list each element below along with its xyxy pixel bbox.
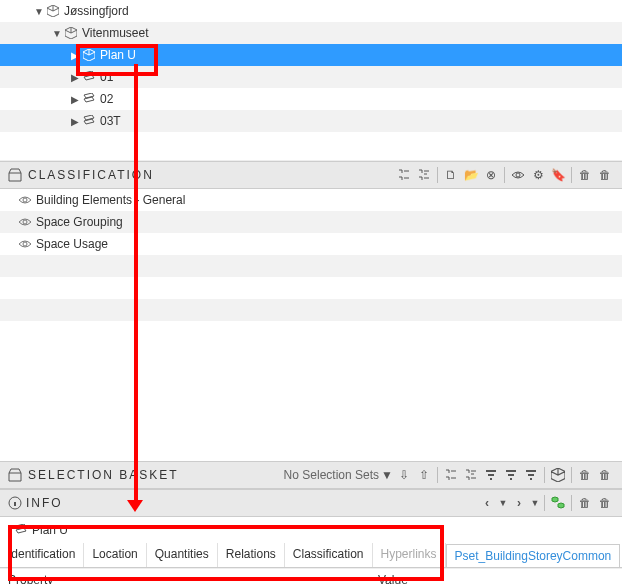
empty-row xyxy=(0,321,622,343)
eye-icon xyxy=(18,215,32,229)
selection-basket-header: SELECTION BASKET No Selection Sets ▼ ⇩ ⇧… xyxy=(0,461,622,489)
classification-item[interactable]: Space Grouping xyxy=(0,211,622,233)
basket-icon xyxy=(8,468,22,482)
tree-item-label: Plan U xyxy=(100,48,136,62)
export-icon[interactable]: ⇧ xyxy=(415,466,433,484)
tab-relations[interactable]: Relations xyxy=(218,543,285,567)
trash-icon[interactable]: 🗑 xyxy=(596,494,614,512)
classification-item[interactable]: Building Elements - General xyxy=(0,189,622,211)
storey-icon xyxy=(14,523,28,537)
classification-toolbar: 🗋 📂 ⊗ ⚙ 🔖 🗑 🗑 xyxy=(395,166,614,184)
empty-row xyxy=(0,299,622,321)
column-header-property[interactable]: Property xyxy=(0,573,374,584)
tree-item[interactable]: ▼ Vitenmuseet xyxy=(0,22,622,44)
tab-location[interactable]: Location xyxy=(84,543,146,567)
info-toolbar: ‹ ▼ › ▼ 🗑 🗑 xyxy=(478,494,614,512)
expand-arrow-icon[interactable]: ▶ xyxy=(70,94,80,105)
tree-expand-icon[interactable] xyxy=(462,466,480,484)
cubes-icon[interactable] xyxy=(549,494,567,512)
tree-item[interactable]: ▶ 03T xyxy=(0,110,622,132)
selection-toolbar: No Selection Sets ▼ ⇩ ⇧ 🗑 🗑 xyxy=(284,466,614,484)
trash-icon[interactable]: 🗑 xyxy=(576,166,594,184)
svg-point-2 xyxy=(23,220,27,224)
panel-title-text: SELECTION BASKET xyxy=(28,468,179,482)
panel-title-text: INFO xyxy=(26,496,63,510)
blank-area xyxy=(0,343,622,461)
cube-icon xyxy=(46,4,60,18)
storey-icon xyxy=(82,92,96,106)
trash-icon[interactable]: 🗑 xyxy=(596,166,614,184)
model-tree: ▼ Jøssingfjord ▼ Vitenmuseet ▶ Plan U ▶ … xyxy=(0,0,622,161)
tree-item-label: Jøssingfjord xyxy=(64,4,129,18)
classification-icon xyxy=(8,168,22,182)
nav-next-icon[interactable]: › xyxy=(510,494,528,512)
info-header: INFO ‹ ▼ › ▼ 🗑 🗑 xyxy=(0,489,622,517)
eye-icon xyxy=(18,237,32,251)
expand-arrow-icon[interactable]: ▶ xyxy=(70,72,80,83)
dropdown-icon[interactable]: ▼ xyxy=(530,494,540,512)
classification-label: Building Elements - General xyxy=(36,193,185,207)
property-table-header: Property Value xyxy=(0,568,622,584)
svg-point-3 xyxy=(23,242,27,246)
info-node: Plan U xyxy=(0,517,622,543)
tree-item-label: 01 xyxy=(100,70,113,84)
tree-item[interactable]: ▶ 02 xyxy=(0,88,622,110)
classification-header: CLASSIFICATION 🗋 📂 ⊗ ⚙ 🔖 🗑 🗑 xyxy=(0,161,622,189)
info-icon xyxy=(8,496,22,510)
cube-icon xyxy=(82,48,96,62)
tree-collapse-icon[interactable] xyxy=(442,466,460,484)
dropdown-icon[interactable]: ▼ xyxy=(498,494,508,512)
svg-point-1 xyxy=(23,198,27,202)
expand-arrow-icon[interactable]: ▼ xyxy=(34,6,44,17)
cube-toolbar-icon[interactable] xyxy=(549,466,567,484)
filter-icon-3[interactable] xyxy=(522,466,540,484)
column-header-value[interactable]: Value xyxy=(374,573,622,584)
trash-icon[interactable]: 🗑 xyxy=(596,466,614,484)
dropdown-icon[interactable]: ▼ xyxy=(381,466,393,484)
tree-item-label: Vitenmuseet xyxy=(82,26,149,40)
tag-icon[interactable]: 🔖 xyxy=(549,166,567,184)
tree-item[interactable]: ▼ Jøssingfjord xyxy=(0,0,622,22)
classification-list: Building Elements - General Space Groupi… xyxy=(0,189,622,343)
classification-label: Space Grouping xyxy=(36,215,123,229)
empty-row xyxy=(0,277,622,299)
empty-row xyxy=(0,255,622,277)
classification-label: Space Usage xyxy=(36,237,108,251)
filter-icon-1[interactable] xyxy=(482,466,500,484)
cancel-icon[interactable]: ⊗ xyxy=(482,166,500,184)
tab-classification[interactable]: Classification xyxy=(285,543,373,567)
gear-icon[interactable]: ⚙ xyxy=(529,166,547,184)
selection-sets-text: No Selection Sets xyxy=(284,468,379,482)
property-table: Property Value AboveGround UNKNOWN xyxy=(0,568,622,584)
info-tabs: Identification Location Quantities Relat… xyxy=(0,543,622,568)
tree-expand-icon[interactable] xyxy=(415,166,433,184)
eye-icon xyxy=(18,193,32,207)
tree-item-label: 02 xyxy=(100,92,113,106)
eye-icon[interactable] xyxy=(509,166,527,184)
tree-item-label: 03T xyxy=(100,114,121,128)
storey-icon xyxy=(82,70,96,84)
open-icon[interactable]: 📂 xyxy=(462,166,480,184)
nav-prev-icon[interactable]: ‹ xyxy=(478,494,496,512)
trash-icon[interactable]: 🗑 xyxy=(576,466,594,484)
tab-identification[interactable]: Identification xyxy=(0,543,84,567)
panel-title-text: CLASSIFICATION xyxy=(28,168,154,182)
info-node-label: Plan U xyxy=(32,523,68,537)
storey-icon xyxy=(82,114,96,128)
new-icon[interactable]: 🗋 xyxy=(442,166,460,184)
tab-hyperlinks[interactable]: Hyperlinks xyxy=(373,543,446,567)
tree-collapse-icon[interactable] xyxy=(395,166,413,184)
expand-arrow-icon[interactable]: ▶ xyxy=(70,50,80,61)
filter-icon-2[interactable] xyxy=(502,466,520,484)
tree-item-selected[interactable]: ▶ Plan U xyxy=(0,44,622,66)
svg-point-0 xyxy=(516,173,520,177)
expand-arrow-icon[interactable]: ▼ xyxy=(52,28,62,39)
trash-icon[interactable]: 🗑 xyxy=(576,494,594,512)
cube-icon xyxy=(64,26,78,40)
tree-item[interactable]: ▶ 01 xyxy=(0,66,622,88)
classification-item[interactable]: Space Usage xyxy=(0,233,622,255)
import-icon[interactable]: ⇩ xyxy=(395,466,413,484)
tab-quantities[interactable]: Quantities xyxy=(147,543,218,567)
expand-arrow-icon[interactable]: ▶ xyxy=(70,116,80,127)
tab-pset-buildingstoreycommon[interactable]: Pset_BuildingStoreyCommon xyxy=(446,544,621,568)
